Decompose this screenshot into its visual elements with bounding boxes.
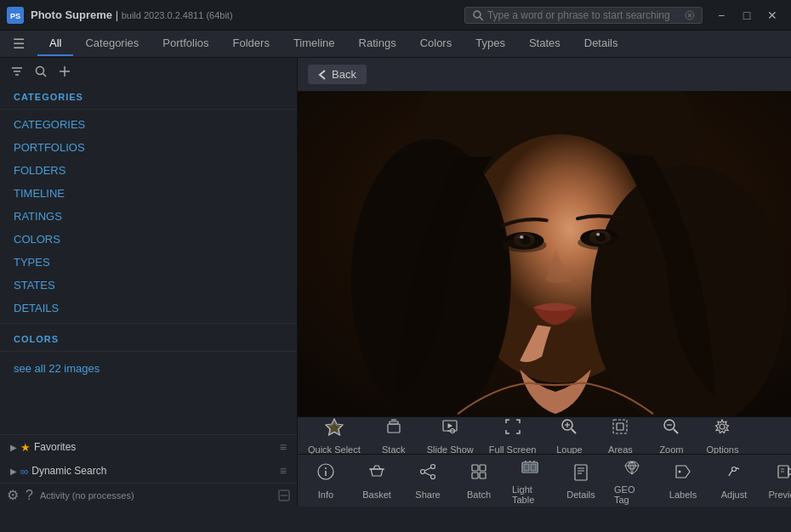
svg-rect-61 bbox=[472, 473, 478, 478]
share-label: Share bbox=[415, 490, 440, 500]
back-chevron-icon bbox=[318, 69, 327, 81]
sidebar-section-ratings[interactable]: RATINGS bbox=[0, 205, 297, 228]
batch-label: Batch bbox=[467, 490, 491, 500]
svg-point-29 bbox=[502, 238, 546, 252]
bottom-tool-labels[interactable]: Labels bbox=[658, 449, 708, 513]
tab-timeline[interactable]: Timeline bbox=[282, 31, 347, 56]
tab-categories[interactable]: Categories bbox=[73, 31, 151, 56]
bottom-tool-info[interactable]: Info bbox=[301, 449, 350, 513]
slideshow-icon bbox=[441, 417, 459, 441]
search-sidebar-icon[interactable] bbox=[31, 61, 51, 82]
svg-rect-65 bbox=[531, 464, 536, 471]
photo-display bbox=[298, 92, 791, 416]
svg-rect-64 bbox=[524, 464, 529, 471]
svg-line-11 bbox=[43, 74, 47, 77]
sidebar-section-timeline[interactable]: TIMELINE bbox=[0, 182, 297, 205]
sidebar-section-types[interactable]: TYPES bbox=[0, 251, 297, 274]
search-bar[interactable] bbox=[464, 7, 703, 24]
tab-all[interactable]: All bbox=[37, 31, 73, 56]
svg-marker-39 bbox=[448, 423, 453, 428]
svg-rect-44 bbox=[613, 420, 627, 433]
colors-header: COLORS bbox=[0, 327, 297, 348]
filter-icon[interactable] bbox=[7, 61, 27, 82]
sidebar: CATEGORIES CATEGORIESPORTFOLIOSFOLDERSTI… bbox=[0, 58, 298, 507]
geo-tag-icon bbox=[623, 457, 641, 481]
tab-ratings[interactable]: Ratings bbox=[347, 31, 408, 56]
bottom-tool-share[interactable]: Share bbox=[403, 449, 452, 513]
sidebar-section-details[interactable]: DETAILS bbox=[0, 297, 297, 320]
favorites-star-icon: ★ bbox=[20, 441, 31, 454]
add-icon[interactable] bbox=[54, 61, 75, 82]
preview-icon bbox=[776, 462, 791, 486]
hamburger-menu[interactable]: ☰ bbox=[7, 32, 31, 56]
divider-3 bbox=[0, 351, 297, 352]
bottom-tool-batch[interactable]: Batch bbox=[454, 449, 504, 513]
svg-point-52 bbox=[325, 467, 327, 469]
svg-point-76 bbox=[732, 467, 737, 471]
svg-rect-69 bbox=[575, 465, 587, 480]
tab-types[interactable]: Types bbox=[464, 31, 517, 56]
basket-label: Basket bbox=[362, 490, 391, 500]
main-layout: CATEGORIES CATEGORIESPORTFOLIOSFOLDERSTI… bbox=[0, 58, 791, 507]
maximize-button[interactable]: □ bbox=[735, 6, 759, 25]
sidebar-section-states[interactable]: STATES bbox=[0, 274, 297, 297]
sidebar-section-folders[interactable]: FOLDERS bbox=[0, 159, 297, 182]
labels-label: Labels bbox=[669, 490, 697, 500]
settings-icon[interactable]: ⚙ bbox=[7, 487, 19, 503]
svg-rect-62 bbox=[480, 473, 486, 478]
sidebar-item-dynamic-search[interactable]: ▶ ∞ Dynamic Search ≡ bbox=[0, 459, 297, 483]
activity-expand-icon[interactable] bbox=[278, 490, 290, 501]
back-button[interactable]: Back bbox=[308, 65, 367, 84]
bottom-tool-light-table[interactable]: Light Table bbox=[505, 449, 555, 513]
minimize-button[interactable]: − bbox=[709, 6, 733, 25]
svg-point-75 bbox=[679, 470, 681, 473]
favorites-label: Favorites bbox=[34, 441, 276, 453]
dynamic-search-menu-icon[interactable]: ≡ bbox=[280, 464, 287, 478]
search-icon bbox=[472, 9, 484, 21]
options-icon bbox=[713, 417, 731, 441]
info-label: Info bbox=[318, 490, 333, 500]
svg-point-10 bbox=[37, 67, 44, 75]
sidebar-section-colors[interactable]: COLORS bbox=[0, 228, 297, 251]
window-controls: − □ ✕ bbox=[709, 6, 784, 25]
search-input[interactable] bbox=[487, 9, 681, 21]
favorites-arrow: ▶ bbox=[10, 443, 17, 452]
svg-line-3 bbox=[480, 16, 483, 20]
basket-icon bbox=[367, 462, 386, 486]
tab-folders[interactable]: Folders bbox=[221, 31, 282, 56]
tab-states[interactable]: States bbox=[517, 31, 572, 56]
app-icon: PS bbox=[7, 7, 24, 24]
bottom-tool-adjust[interactable]: Adjust bbox=[709, 449, 759, 513]
help-icon[interactable]: ? bbox=[26, 488, 33, 503]
bottom-tool-basket[interactable]: Basket bbox=[352, 449, 401, 513]
bottom-toolbar-row: InfoBasketShareBatchLight TableDetailsGE… bbox=[298, 454, 791, 507]
tab-colors[interactable]: Colors bbox=[408, 31, 464, 56]
content-area: Back bbox=[298, 58, 791, 507]
svg-point-55 bbox=[421, 469, 425, 473]
favorites-menu-icon[interactable]: ≡ bbox=[280, 440, 287, 454]
back-label: Back bbox=[332, 68, 356, 81]
bottom-tool-geo-tag[interactable]: GEO Tag bbox=[607, 449, 657, 513]
quick-select-icon bbox=[325, 417, 344, 441]
sidebar-section-categories[interactable]: CATEGORIES bbox=[0, 113, 297, 136]
sidebar-item-favorites[interactable]: ▶ ★ Favorites ≡ bbox=[0, 435, 297, 459]
tab-details[interactable]: Details bbox=[572, 31, 630, 56]
title-bar: PS Photo Supreme | build 2023.0.2.4811 (… bbox=[0, 0, 791, 31]
sidebar-sections: CATEGORIESPORTFOLIOSFOLDERSTIMELINERATIN… bbox=[0, 113, 297, 320]
loupe-icon bbox=[560, 417, 578, 441]
sidebar-section-portfolios[interactable]: PORTFOLIOS bbox=[0, 136, 297, 159]
svg-rect-34 bbox=[390, 422, 398, 424]
bottom-tool-details[interactable]: Details bbox=[556, 449, 606, 513]
geo-tag-label: GEO Tag bbox=[614, 484, 650, 505]
svg-point-56 bbox=[431, 474, 435, 478]
see-all-images[interactable]: see all 22 images bbox=[0, 355, 297, 382]
svg-point-54 bbox=[431, 464, 435, 468]
zoom-icon bbox=[662, 417, 680, 441]
svg-text:PS: PS bbox=[10, 12, 20, 20]
close-button[interactable]: ✕ bbox=[760, 6, 784, 25]
tab-portfolios[interactable]: Portfolios bbox=[151, 31, 220, 56]
light-table-icon bbox=[521, 457, 539, 481]
search-clear-icon[interactable] bbox=[685, 10, 695, 20]
preview-label: Preview bbox=[768, 490, 791, 500]
bottom-tool-preview[interactable]: Preview bbox=[760, 449, 791, 513]
